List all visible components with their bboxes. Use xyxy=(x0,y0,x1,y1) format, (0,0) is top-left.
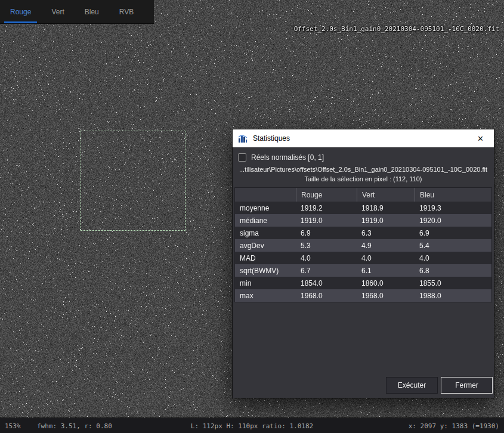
tab-bleu[interactable]: Bleu xyxy=(75,0,109,23)
image-filename-overlay: Offset_2.0s_Bin1_gain0_20210304-095101_-… xyxy=(294,25,499,33)
selection-rectangle[interactable] xyxy=(81,131,185,231)
tab-rvb[interactable]: RVB xyxy=(109,0,144,23)
cell-bleu: 5.4 xyxy=(415,239,493,252)
table-row-max[interactable]: max 1968.0 1968.0 1988.0 xyxy=(235,289,491,302)
cell-bleu: 6.9 xyxy=(415,227,493,239)
cell-vert: 1860.0 xyxy=(357,277,415,289)
row-label: min xyxy=(235,277,296,289)
cursor-coords: x: 2097 y: 1383 (=1930) xyxy=(409,422,499,429)
cell-bleu: 6.8 xyxy=(415,264,493,277)
tab-rouge[interactable]: Rouge xyxy=(0,0,41,23)
cell-bleu: 1988.0 xyxy=(415,289,493,302)
execute-button[interactable]: Exécuter xyxy=(386,377,438,394)
row-label: médiane xyxy=(235,214,296,227)
table-row-min[interactable]: min 1854.0 1860.0 1855.0 xyxy=(235,277,491,289)
row-label: avgDev xyxy=(235,239,296,252)
cell-vert: 1968.0 xyxy=(357,289,415,302)
column-header-vert: Vert xyxy=(357,188,415,202)
tab-vert[interactable]: Vert xyxy=(41,0,74,23)
row-label: MAD xyxy=(235,252,296,264)
stats-table: Rouge Vert Bleu moyenne 1919.2 1918.9 19… xyxy=(234,187,492,302)
normalized-checkbox-label: Réels normalisés [0, 1] xyxy=(251,153,324,162)
row-label: moyenne xyxy=(235,202,296,214)
statistics-icon xyxy=(238,134,248,143)
cell-rouge: 5.3 xyxy=(296,239,357,252)
statistics-dialog: Statistiques ✕ Réels normalisés [0, 1] .… xyxy=(232,129,494,398)
cell-rouge: 6.9 xyxy=(296,227,357,239)
column-header-rouge: Rouge xyxy=(296,188,357,202)
file-path: ...tilisateur\Pictures\offsets\Offset_2.… xyxy=(233,166,494,173)
dialog-titlebar[interactable]: Statistiques ✕ xyxy=(233,129,494,147)
row-label: max xyxy=(235,289,296,302)
stats-table-header: Rouge Vert Bleu xyxy=(235,188,491,202)
row-label: sqrt(BWMV) xyxy=(235,264,296,277)
cell-vert: 6.1 xyxy=(357,264,415,277)
fwhm-readout: fwhm: 3.51, r: 0.80 xyxy=(37,422,112,429)
cell-vert: 1918.9 xyxy=(357,202,415,214)
cell-bleu: 4.0 xyxy=(415,252,493,264)
table-row-avgdev[interactable]: avgDev 5.3 4.9 5.4 xyxy=(235,239,491,252)
selection-dims: L: 112px H: 110px ratio: 1.0182 xyxy=(191,422,313,429)
cell-rouge: 1854.0 xyxy=(296,277,357,289)
table-row-mad[interactable]: MAD 4.0 4.0 4.0 xyxy=(235,252,491,264)
cell-vert: 4.0 xyxy=(357,252,415,264)
cell-vert: 6.3 xyxy=(357,227,415,239)
cell-rouge: 1968.0 xyxy=(296,289,357,302)
table-row-moyenne[interactable]: moyenne 1919.2 1918.9 1919.3 xyxy=(235,202,491,214)
dialog-body: Réels normalisés [0, 1] ...tilisateur\Pi… xyxy=(233,147,494,398)
close-icon[interactable]: ✕ xyxy=(467,129,494,147)
dialog-footer: Exécuter Fermer xyxy=(386,377,493,394)
selection-size-label: Taille de la sélection en pixel : (112, … xyxy=(233,175,494,183)
cell-rouge: 1919.0 xyxy=(296,214,357,227)
table-row-sqrtbwmv[interactable]: sqrt(BWMV) 6.7 6.1 6.8 xyxy=(235,264,491,277)
statusbar: 153% fwhm: 3.51, r: 0.80 L: 112px H: 110… xyxy=(0,417,504,433)
cell-rouge: 1919.2 xyxy=(296,202,357,214)
dialog-title: Statistiques xyxy=(253,134,467,143)
cell-vert: 4.9 xyxy=(357,239,415,252)
close-dialog-button[interactable]: Fermer xyxy=(441,377,493,394)
table-row-mediane[interactable]: médiane 1919.0 1919.0 1920.0 xyxy=(235,214,491,227)
stats-table-body: moyenne 1919.2 1918.9 1919.3 médiane 191… xyxy=(235,202,491,302)
cell-rouge: 6.7 xyxy=(296,264,357,277)
cell-vert: 1919.0 xyxy=(357,214,415,227)
channel-tabbar: Rouge Vert Bleu RVB xyxy=(0,0,154,24)
zoom-level: 153% xyxy=(5,422,21,429)
cell-bleu: 1919.3 xyxy=(415,202,493,214)
cell-bleu: 1920.0 xyxy=(415,214,493,227)
table-row-sigma[interactable]: sigma 6.9 6.3 6.9 xyxy=(235,227,491,239)
normalized-checkbox[interactable] xyxy=(238,153,246,162)
row-label: sigma xyxy=(235,227,296,239)
column-header-label xyxy=(235,188,296,202)
column-header-bleu: Bleu xyxy=(415,188,493,202)
cell-rouge: 4.0 xyxy=(296,252,357,264)
cell-bleu: 1855.0 xyxy=(415,277,493,289)
